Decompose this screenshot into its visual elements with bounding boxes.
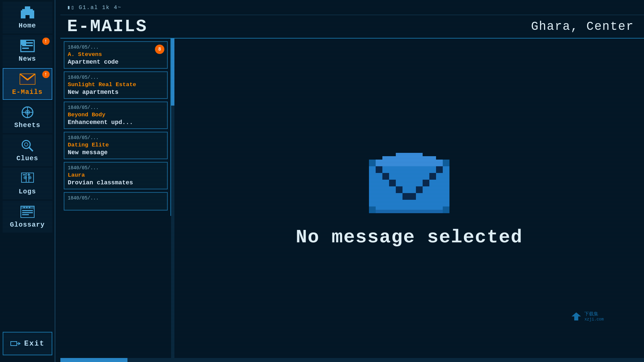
email-sender: Sunlight Real Estate [68, 81, 164, 88]
svg-rect-5 [21, 12, 22, 18]
svg-rect-29 [23, 174, 25, 175]
svg-rect-39 [11, 342, 17, 346]
watermark-icon-svg [571, 312, 582, 321]
bottom-scrollbar[interactable] [60, 358, 644, 362]
email-date: 1840/05/... [68, 105, 164, 110]
svg-rect-49 [389, 180, 396, 186]
svg-rect-47 [376, 166, 382, 173]
svg-rect-6 [33, 12, 34, 18]
svg-rect-38 [29, 207, 30, 208]
svg-rect-34 [22, 212, 33, 213]
scrollbar-thumb[interactable] [171, 39, 174, 106]
svg-rect-44 [443, 160, 449, 166]
svg-rect-10 [22, 48, 29, 49]
svg-rect-4 [25, 15, 30, 19]
svg-rect-9 [22, 45, 33, 46]
sidebar-item-home-label: Home [18, 22, 36, 29]
svg-rect-11 [21, 40, 26, 45]
svg-point-28 [28, 176, 32, 179]
svg-line-24 [29, 147, 33, 151]
svg-rect-33 [22, 210, 33, 211]
exit-icon [10, 339, 21, 348]
sheets-icon [19, 105, 36, 119]
email-list: 1840/05/... A. Stevens Apartment code 8 … [60, 39, 171, 216]
svg-rect-59 [396, 153, 423, 160]
email-item[interactable]: 1840/05/... Sunlight Real Estate New apa… [64, 71, 168, 99]
email-date: 1840/05/... [68, 135, 164, 140]
content-area: 1840/05/... A. Stevens Apartment code 8 … [60, 39, 644, 362]
sidebar: Home News ! E-Mails ! [0, 0, 55, 362]
exit-label: Exit [24, 340, 45, 348]
sidebar-item-sheets[interactable]: Sheets [3, 101, 52, 133]
status-bar: ▮▯ G1.al 1k 4~ [60, 0, 644, 15]
glossary-icon [19, 205, 36, 219]
email-item[interactable]: 1840/05/... Beyond Body Enhancement upd.… [64, 102, 168, 129]
exit-button[interactable]: Exit [3, 332, 52, 355]
svg-rect-46 [443, 206, 449, 213]
news-icon [19, 39, 36, 53]
location-text: Ghara, Center [531, 20, 634, 34]
svg-rect-36 [23, 207, 25, 208]
logs-icon [19, 172, 36, 186]
sidebar-item-clues-label: Clues [16, 155, 38, 162]
main-content: ▮▯ G1.al 1k 4~ E-MAILS Ghara, Center 184… [60, 0, 644, 362]
svg-rect-52 [436, 166, 443, 173]
email-sender: Laura [68, 172, 164, 178]
svg-rect-53 [429, 173, 436, 180]
svg-rect-54 [423, 180, 429, 186]
sidebar-item-news[interactable]: News ! [3, 35, 52, 67]
sidebar-item-glossary[interactable]: Glossary [3, 201, 52, 233]
svg-rect-2 [21, 10, 34, 12]
svg-rect-51 [402, 193, 409, 200]
svg-rect-50 [396, 186, 402, 193]
sidebar-item-emails[interactable]: E-Mails ! [3, 68, 52, 100]
email-item[interactable]: 1840/05/... Dating Elite New message [64, 132, 168, 159]
svg-rect-35 [22, 214, 29, 215]
watermark: 下载集 xzji.com [571, 311, 604, 322]
email-subject: New message [68, 149, 164, 156]
email-date: 1840/05/... [68, 45, 164, 50]
svg-rect-43 [369, 160, 376, 166]
scrollbar-track[interactable] [171, 39, 174, 362]
page-title: E-MAILS [67, 17, 147, 37]
svg-rect-45 [369, 206, 376, 213]
email-subject: Enhancement upd... [68, 119, 164, 126]
sidebar-item-sheets-label: Sheets [14, 121, 40, 129]
svg-point-21 [26, 111, 29, 113]
clues-icon [19, 138, 36, 153]
bottom-scrollbar-thumb[interactable] [60, 358, 127, 362]
email-sender: Beyond Body [68, 112, 164, 118]
email-subject: New apartments [68, 89, 164, 96]
email-item[interactable]: 1840/05/... [64, 192, 168, 210]
svg-rect-30 [28, 174, 30, 175]
emails-badge: ! [42, 71, 50, 78]
svg-rect-48 [382, 173, 389, 180]
envelope-icon [369, 153, 449, 217]
svg-marker-60 [572, 312, 581, 320]
email-date: 1840/05/... [68, 195, 164, 201]
svg-rect-1 [22, 9, 33, 10]
email-subject: Apartment code [68, 59, 164, 65]
home-icon [19, 6, 36, 20]
svg-point-23 [24, 143, 28, 146]
svg-rect-56 [409, 193, 416, 200]
email-subject: Drovian classmates [68, 179, 164, 186]
news-badge: ! [42, 38, 50, 45]
emails-icon [19, 72, 36, 86]
sidebar-item-logs[interactable]: Logs [3, 168, 52, 199]
sidebar-item-home[interactable]: Home [3, 2, 52, 34]
message-view: No message selected 下载集 xzji.com [174, 39, 644, 362]
status-icons: ▮▯ G1.al 1k 4~ [67, 4, 121, 11]
sidebar-item-news-label: News [18, 55, 36, 63]
email-item[interactable]: 1840/05/... Laura Drovian classmates [64, 162, 168, 189]
sidebar-item-clues[interactable]: Clues [3, 134, 52, 166]
sidebar-item-glossary-label: Glossary [10, 221, 45, 229]
email-item[interactable]: 1840/05/... A. Stevens Apartment code 8 [64, 41, 168, 69]
email-sender: A. Stevens [68, 51, 164, 58]
email-date: 1840/05/... [68, 75, 164, 80]
sidebar-item-logs-label: Logs [18, 188, 36, 195]
email-date: 1840/05/... [68, 165, 164, 171]
no-message-text: No message selected [296, 227, 523, 248]
svg-point-27 [23, 176, 27, 179]
svg-rect-37 [26, 207, 28, 208]
